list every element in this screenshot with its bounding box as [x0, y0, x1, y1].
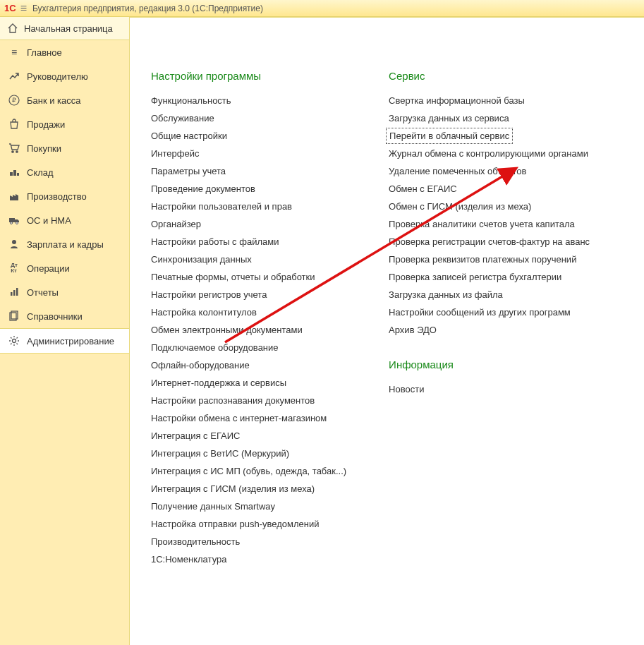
sidebar-item-salary[interactable]: Зарплата и кадры [0, 232, 129, 256]
sidebar-item-os-nma[interactable]: ОС и НМА [0, 208, 129, 232]
svg-point-3 [16, 151, 18, 152]
sidebar-item-label: Покупки [27, 143, 61, 154]
sidebar-item-label: Справочники [27, 311, 83, 322]
svg-point-9 [12, 240, 16, 244]
sidebar-item-label: Производство [27, 191, 87, 202]
sidebar-item-label: Главное [27, 47, 62, 58]
link-item[interactable]: Офлайн-оборудование [151, 356, 250, 374]
link-item[interactable]: Новости [389, 380, 424, 398]
link-item[interactable]: Органайзер [151, 215, 201, 233]
sidebar-item-sales[interactable]: Продажи [0, 112, 129, 136]
link-item[interactable]: Печатные формы, отчеты и обработки [151, 268, 315, 286]
svg-text:₽: ₽ [12, 97, 16, 104]
link-item[interactable]: Настройка колонтитулов [151, 303, 257, 321]
svg-point-2 [12, 151, 13, 152]
link-item[interactable]: Настройка отправки push-уведомлений [151, 515, 319, 533]
sidebar-item-warehouse[interactable]: Склад [0, 160, 129, 184]
sidebar-item-purchases[interactable]: Покупки [0, 136, 129, 160]
link-item[interactable]: Загрузка данных из файла [389, 286, 503, 303]
columns: Настройки программы ФункциональностьОбсл… [151, 32, 623, 568]
link-item[interactable]: Настройки пользователей и прав [151, 198, 292, 215]
link-item[interactable]: Производительность [151, 533, 240, 550]
link-item[interactable]: Журнал обмена с контролирующими органами [389, 145, 588, 162]
link-item[interactable]: Обслуживание [151, 109, 214, 127]
sidebar-item-reports[interactable]: Отчеты [0, 280, 129, 304]
home-icon [7, 23, 18, 34]
svg-rect-5 [13, 170, 16, 176]
link-item[interactable]: Проверка регистрации счетов-фактур на ав… [389, 233, 590, 251]
link-item[interactable]: Интеграция с ГИСМ (изделия из меха) [151, 480, 315, 498]
link-item[interactable]: Получение данных Smartway [151, 498, 275, 515]
section-title-info: Информация [389, 358, 590, 370]
link-item[interactable]: Проверка записей регистра бухгалтерии [389, 268, 561, 286]
column-service: Сервис Свертка информационной базыЗагруз… [389, 32, 590, 568]
link-item[interactable]: Проверка реквизитов платежных поручений [389, 251, 576, 268]
link-item[interactable]: Интернет-поддержка и сервисы [151, 374, 286, 392]
start-page-button[interactable]: Начальная страница [0, 17, 129, 40]
svg-rect-6 [17, 173, 19, 176]
gear-icon [8, 335, 20, 346]
link-item[interactable]: Интерфейс [151, 145, 199, 162]
body: Начальная страница ≡ Главное Руководител… [0, 17, 644, 645]
sidebar-item-label: ОС и НМА [27, 215, 71, 226]
sidebar-item-label: Продажи [27, 119, 65, 130]
link-item[interactable]: Интеграция с ВетИС (Меркурий) [151, 445, 289, 462]
link-item[interactable]: Архив ЭДО [389, 321, 437, 339]
link-item[interactable]: Интеграция с ИС МП (обувь, одежда, табак… [151, 462, 346, 480]
link-item[interactable]: Параметры учета [151, 162, 226, 180]
link-item[interactable]: Проведение документов [151, 180, 255, 198]
window-title: Бухгалтерия предприятия, редакция 3.0 (1… [32, 4, 263, 13]
link-item[interactable]: Проверка аналитики счетов учета капитала [389, 215, 575, 233]
sidebar-item-label: Зарплата и кадры [27, 239, 104, 250]
link-item[interactable]: Обмен электронными документами [151, 321, 303, 339]
sidebar-item-catalogs[interactable]: Справочники [0, 304, 129, 328]
link-item[interactable]: Синхронизация данных [151, 251, 252, 268]
warehouse-icon [8, 167, 20, 178]
cart-icon [8, 143, 20, 154]
link-item[interactable]: Настройки сообщений из других программ [389, 303, 571, 321]
sidebar-item-production[interactable]: Производство [0, 184, 129, 208]
link-item[interactable]: Настройки работы с файлами [151, 233, 279, 251]
link-item[interactable]: Функциональность [151, 92, 231, 109]
person-icon [8, 239, 20, 250]
svg-point-8 [16, 222, 18, 224]
link-item[interactable]: Настройки распознавания документов [151, 392, 315, 409]
svg-point-7 [11, 222, 13, 224]
sidebar-item-operations[interactable]: ДтКт Операции [0, 256, 129, 280]
start-page-label: Начальная страница [24, 23, 113, 34]
nav: ≡ Главное Руководителю ₽ Банк и касса [0, 40, 129, 354]
sidebar-item-main[interactable]: ≡ Главное [0, 40, 129, 64]
column-settings: Настройки программы ФункциональностьОбсл… [151, 32, 346, 568]
main-menu-icon[interactable]: ≡ [20, 2, 27, 15]
link-item[interactable]: Обмен с ГИСМ (изделия из меха) [389, 198, 531, 215]
link-item[interactable]: Интеграция с ЕГАИС [151, 427, 240, 445]
content-area: Настройки программы ФункциональностьОбсл… [130, 17, 644, 645]
sidebar-item-label: Отчеты [27, 287, 59, 298]
svg-rect-11 [13, 290, 16, 296]
link-item[interactable]: Общие настройки [151, 127, 227, 145]
link-item[interactable]: Обмен с ЕГАИС [389, 180, 457, 198]
link-item[interactable]: Свертка информационной базы [389, 92, 525, 109]
chart-icon [8, 287, 20, 298]
section-title-settings: Настройки программы [151, 70, 346, 82]
link-item[interactable]: Удаление помеченных объектов [389, 162, 526, 180]
sidebar-item-manager[interactable]: Руководителю [0, 64, 129, 88]
sidebar-item-admin[interactable]: Администрирование [0, 328, 129, 354]
bag-icon [8, 119, 20, 130]
books-icon [8, 311, 20, 322]
svg-rect-12 [16, 288, 18, 296]
dtkt-icon: ДтКт [8, 263, 20, 274]
truck-icon [8, 215, 20, 226]
section-title-service: Сервис [389, 70, 590, 82]
link-item[interactable]: Перейти в облачный сервис [386, 128, 513, 144]
sidebar-item-bank[interactable]: ₽ Банк и касса [0, 88, 129, 112]
svg-rect-10 [11, 292, 13, 296]
app-logo: 1С [4, 3, 16, 13]
link-item[interactable]: Подключаемое оборудование [151, 339, 279, 356]
link-item[interactable]: Настройки регистров учета [151, 286, 267, 303]
sidebar-item-label: Руководителю [27, 71, 88, 82]
link-item[interactable]: Настройки обмена с интернет-магазином [151, 409, 327, 427]
link-item[interactable]: 1С:Номенклатура [151, 550, 226, 568]
titlebar: 1С ≡ Бухгалтерия предприятия, редакция 3… [0, 0, 644, 17]
link-item[interactable]: Загрузка данных из сервиса [389, 109, 509, 127]
